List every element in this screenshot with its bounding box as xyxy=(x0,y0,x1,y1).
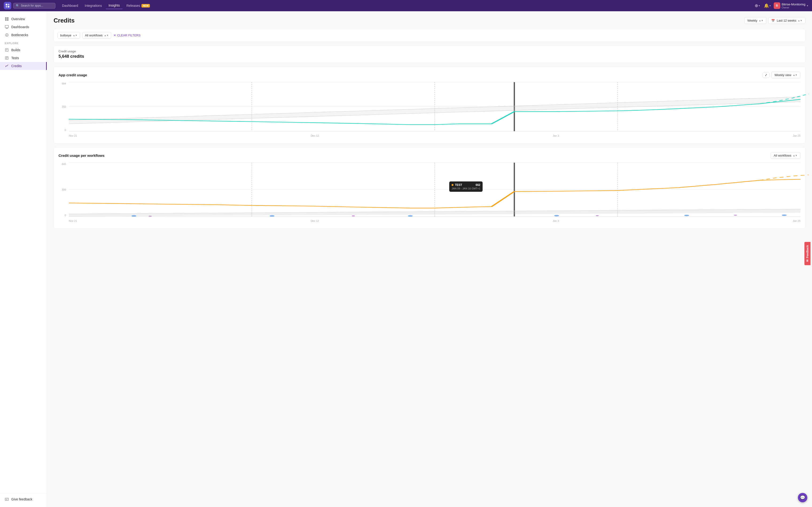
workflow-chevron-icon: ▲▼ xyxy=(104,34,109,37)
svg-point-46 xyxy=(131,215,136,217)
svg-rect-1 xyxy=(8,4,9,5)
svg-point-55 xyxy=(734,215,737,216)
svg-point-48 xyxy=(408,215,413,217)
nav-insights[interactable]: Insights xyxy=(106,2,123,9)
x-label-3-2: Jan 3 xyxy=(553,219,559,222)
org-name: Bitrise-Monitoring xyxy=(782,3,805,6)
nav-releases[interactable]: Releases NEW xyxy=(123,2,153,9)
period-label: Weekly xyxy=(747,19,757,22)
chart-plot xyxy=(69,82,801,131)
dashboard-icon xyxy=(5,25,9,29)
main-content: Credits Weekly ▲▼ 📅 Last 12 weeks ▲▼ xyxy=(47,11,812,507)
svg-line-22 xyxy=(7,65,7,66)
credit-summary-label: Credit usage xyxy=(58,50,801,53)
sidebar-label: Overview xyxy=(11,17,25,21)
workflow-chart-svg xyxy=(69,163,801,216)
svg-rect-0 xyxy=(6,4,7,5)
nav-integrations[interactable]: Integrations xyxy=(82,2,105,9)
app-credit-chart-card: App credit usage ⤢ Weekly view ▲▼ xyxy=(54,67,805,144)
org-selector[interactable]: B Bitrise-Monitoring Owner ▾ xyxy=(774,2,808,9)
y-label-top: 984 xyxy=(62,82,66,85)
credits-icon xyxy=(5,64,9,68)
org-avatar: B xyxy=(774,2,780,9)
search-bar[interactable]: 🔍 Search for apps... xyxy=(13,3,55,9)
y-axis-labels: 984 350 0 xyxy=(58,82,68,131)
workflow-chart-dropdown-label: All workflows xyxy=(774,154,791,157)
sidebar: Overview Dashboards Bottlenecks EXPLORE … xyxy=(0,11,47,507)
sidebar-item-bottlenecks[interactable]: Bottlenecks xyxy=(0,31,47,39)
org-chevron-icon: ▾ xyxy=(807,4,808,7)
chart-controls-2: All workflows ▲▼ xyxy=(771,152,801,159)
clear-filters-button[interactable]: ✕ CLEAR FILTERS xyxy=(113,34,140,37)
notifications-button[interactable]: 🔔▾ xyxy=(763,2,772,9)
svg-rect-7 xyxy=(7,19,8,21)
svg-point-12 xyxy=(7,35,7,36)
page-title: Credits xyxy=(54,17,75,24)
nav-dashboard[interactable]: Dashboard xyxy=(59,2,81,9)
org-info: Bitrise-Monitoring Owner xyxy=(782,3,805,9)
svg-rect-13 xyxy=(5,49,8,51)
bottleneck-icon xyxy=(5,33,9,37)
x-label-4-2: Jan 25 xyxy=(793,219,801,222)
sidebar-bottom: Give feedback xyxy=(0,493,47,503)
svg-point-47 xyxy=(270,215,275,217)
add-button[interactable]: ⊕▾ xyxy=(754,2,761,9)
org-role: Owner xyxy=(782,6,805,9)
search-placeholder: Search for apps... xyxy=(21,4,43,7)
workflow-chart-dropdown[interactable]: All workflows ▲▼ xyxy=(771,152,801,159)
workflow-filter-value: All workflows xyxy=(85,34,103,37)
sidebar-item-builds[interactable]: Builds xyxy=(0,46,47,54)
svg-rect-6 xyxy=(5,19,7,21)
svg-point-50 xyxy=(684,215,689,216)
topnav-right: ⊕▾ 🔔▾ B Bitrise-Monitoring Owner ▾ xyxy=(754,2,808,9)
filters-bar: bullseye ▲▼ All workflows ▲▼ ✕ CLEAR FIL… xyxy=(54,29,805,42)
grid-icon xyxy=(5,17,9,21)
new-badge: NEW xyxy=(142,4,150,7)
svg-point-49 xyxy=(554,215,559,216)
page-header: Credits Weekly ▲▼ 📅 Last 12 weeks ▲▼ xyxy=(54,17,805,24)
chat-bubble-button[interactable]: 💬 xyxy=(798,493,807,502)
layout: Overview Dashboards Bottlenecks EXPLORE … xyxy=(0,11,812,507)
close-icon: ✕ xyxy=(113,34,116,37)
sidebar-item-credits[interactable]: Credits xyxy=(0,62,47,70)
sidebar-item-overview[interactable]: Overview xyxy=(0,15,47,23)
explore-section-title: EXPLORE xyxy=(0,39,47,46)
sidebar-item-feedback[interactable]: Give feedback xyxy=(0,495,47,503)
chart-controls: ⤢ Weekly view ▲▼ xyxy=(763,72,801,78)
y-label-bottom: 0 xyxy=(65,129,66,131)
expand-chart-button[interactable]: ⤢ xyxy=(763,72,769,78)
chart-svg xyxy=(69,82,801,131)
credit-summary-value: 5,648 credits xyxy=(58,54,801,59)
project-filter[interactable]: bullseye ▲▼ xyxy=(58,32,80,39)
project-filter-value: bullseye xyxy=(60,34,71,37)
x-label-2: Dec 12 xyxy=(311,134,319,137)
workflow-credit-chart-card: Credit usage per workflows All workflows… xyxy=(54,147,805,229)
feedback-tab[interactable]: ✉ Feedback xyxy=(804,242,810,265)
y-label-mid: 350 xyxy=(62,105,66,108)
feedback-tab-label: Feedback xyxy=(806,245,809,258)
app-credit-chart-area: 984 350 0 xyxy=(58,82,801,138)
clear-filters-label: CLEAR FILTERS xyxy=(117,34,140,37)
x-label-1-2: Nov 21 xyxy=(69,219,77,222)
chart-view-dropdown[interactable]: Weekly view ▲▼ xyxy=(771,72,801,78)
chart-header: App credit usage ⤢ Weekly view ▲▼ xyxy=(58,72,801,78)
workflow-credit-chart-area: 846 300 0 xyxy=(58,163,801,224)
feedback-envelope-icon: ✉ xyxy=(806,260,809,262)
svg-rect-8 xyxy=(5,25,8,28)
period-dropdown[interactable]: Weekly ▲▼ xyxy=(744,17,766,24)
sidebar-label: Tests xyxy=(11,56,19,60)
sidebar-item-tests[interactable]: Tests xyxy=(0,54,47,62)
chart-title: App credit usage xyxy=(58,73,87,77)
sidebar-item-dashboards[interactable]: Dashboards xyxy=(0,23,47,31)
sidebar-label: Credits xyxy=(11,64,21,68)
chart-view-label: Weekly view xyxy=(774,73,791,77)
x-label-3: Jan 3 xyxy=(553,134,559,137)
svg-rect-3 xyxy=(8,6,9,7)
workflow-filter[interactable]: All workflows ▲▼ xyxy=(83,32,111,39)
header-controls: Weekly ▲▼ 📅 Last 12 weeks ▲▼ xyxy=(744,17,805,24)
app-logo[interactable] xyxy=(4,2,11,9)
svg-line-23 xyxy=(7,65,8,65)
builds-icon xyxy=(5,48,9,52)
date-range-dropdown[interactable]: 📅 Last 12 weeks ▲▼ xyxy=(768,17,805,24)
date-range-chevron-icon: ▲▼ xyxy=(798,19,802,22)
